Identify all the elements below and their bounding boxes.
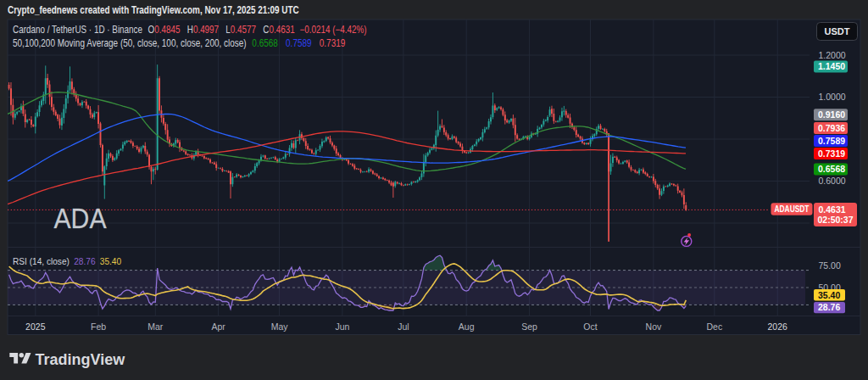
svg-text:Jun: Jun (335, 321, 349, 332)
svg-text:May: May (271, 321, 289, 332)
svg-text:0.9160: 0.9160 (818, 109, 845, 120)
svg-text:Oct: Oct (583, 321, 597, 332)
svg-text:75.00: 75.00 (819, 260, 841, 271)
svg-text:0.6000: 0.6000 (819, 176, 846, 186)
svg-text:Cardano / TetherUS · 1D · Bina: Cardano / TetherUS · 1D · BinanceO0.4845… (13, 24, 367, 35)
svg-text:1.1450: 1.1450 (818, 61, 845, 71)
svg-text:Aug: Aug (459, 321, 475, 332)
svg-text:2025: 2025 (25, 321, 46, 332)
svg-text:TradingView: TradingView (36, 351, 126, 368)
svg-text:0.7936: 0.7936 (818, 123, 845, 133)
svg-text:Jul: Jul (398, 321, 409, 332)
svg-text:Mar: Mar (147, 321, 164, 332)
svg-text:50,100,200 Moving Average (50,: 50,100,200 Moving Average (50, close, 10… (13, 37, 345, 48)
svg-text:RSI (14, close)28.7635.40: RSI (14, close)28.7635.40 (13, 255, 121, 266)
svg-text:Nov: Nov (646, 321, 662, 332)
svg-text:1.0000: 1.0000 (819, 92, 846, 102)
svg-text:Crypto_feednews created with T: Crypto_feednews created with TradingView… (8, 4, 299, 15)
svg-text:Sep: Sep (521, 321, 537, 332)
svg-text:1.2000: 1.2000 (819, 50, 846, 60)
svg-text:ADA: ADA (54, 204, 107, 234)
svg-text:0.6568: 0.6568 (818, 164, 845, 174)
svg-text:Dec: Dec (706, 321, 722, 332)
svg-text:Feb: Feb (91, 321, 106, 332)
svg-text:02:50:37: 02:50:37 (818, 215, 854, 225)
svg-text:0.7319: 0.7319 (818, 148, 845, 159)
svg-text:Apr: Apr (211, 321, 225, 332)
svg-text:28.76: 28.76 (818, 302, 840, 312)
svg-text:USDT: USDT (825, 26, 850, 36)
svg-text:0.4631: 0.4631 (819, 204, 846, 215)
svg-text:2026: 2026 (768, 321, 788, 332)
svg-text:0.7589: 0.7589 (818, 136, 845, 146)
svg-text:35.40: 35.40 (818, 290, 840, 300)
svg-text:ADAUSDT: ADAUSDT (775, 204, 810, 214)
